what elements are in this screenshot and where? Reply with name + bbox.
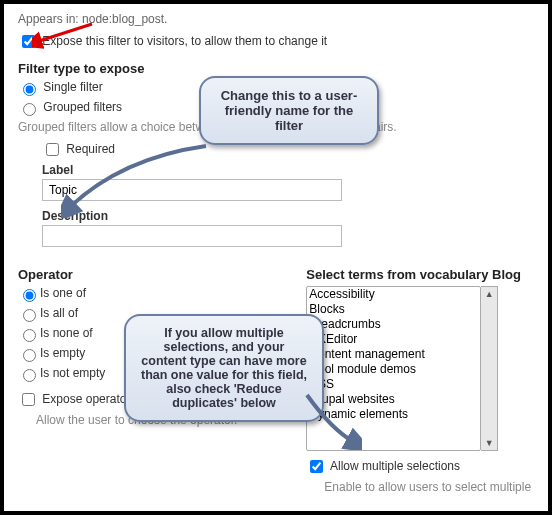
filter-type-single-radio[interactable] [23,83,36,96]
filter-type-single-label: Single filter [43,80,102,94]
vocab-term-option[interactable]: Accessibility [307,287,480,302]
filter-type-grouped-label: Grouped filters [43,100,122,114]
vocab-title: Select terms from vocabulary Blog [306,267,534,282]
filter-type-grouped-radio[interactable] [23,103,36,116]
allow-multiple-checkbox[interactable] [310,460,323,473]
operator-not-empty-radio[interactable] [23,369,36,382]
operator-title: Operator [18,267,286,282]
description-input[interactable] [42,225,342,247]
vocab-term-option[interactable]: Cool module demos [307,362,480,377]
annotation-callout-multiple: If you allow multiple selections, and yo… [124,314,324,422]
scrollbar[interactable]: ▲ ▼ [481,286,498,451]
operator-all-of-label: Is all of [40,306,78,320]
operator-none-of-label: Is none of [40,326,93,340]
annotation-callout-multiple-text: If you allow multiple selections, and yo… [141,326,307,410]
operator-one-of-label: Is one of [40,286,86,300]
allow-multiple-label: Allow multiple selections [330,459,460,473]
scroll-down-icon[interactable]: ▼ [485,436,494,450]
filter-type-title: Filter type to expose [18,61,534,76]
operator-one-of-radio[interactable] [23,289,36,302]
red-arrow-annotation [32,22,102,50]
vocab-term-option[interactable]: Breadcrumbs [307,317,480,332]
annotation-callout-label: Change this to a user-friendly name for … [199,76,379,145]
annotation-callout-label-text: Change this to a user-friendly name for … [221,88,358,133]
operator-all-of-radio[interactable] [23,309,36,322]
vocab-term-option[interactable]: CKEditor [307,332,480,347]
expose-operator-checkbox[interactable] [22,393,35,406]
scroll-up-icon[interactable]: ▲ [485,287,494,301]
operator-not-empty-label: Is not empty [40,366,105,380]
vocab-term-option[interactable]: Content management [307,347,480,362]
config-panel: Appears in: node:blog_post. Expose this … [0,0,552,515]
operator-empty-label: Is empty [40,346,85,360]
allow-multiple-hint: Enable to allow users to select multiple [324,480,534,494]
vocab-term-option[interactable]: Blocks [307,302,480,317]
callout-pointer-icon [302,390,362,450]
callout-pointer-icon [61,138,211,218]
operator-none-of-radio[interactable] [23,329,36,342]
expose-operator-label: Expose operator [42,392,130,406]
required-checkbox[interactable] [46,143,59,156]
operator-empty-radio[interactable] [23,349,36,362]
